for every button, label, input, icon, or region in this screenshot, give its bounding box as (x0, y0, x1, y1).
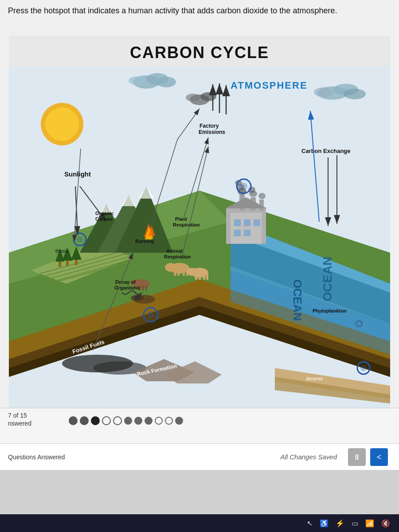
svg-point-11 (344, 89, 366, 99)
status-bar: Questions Answered All Changes Saved ⏸ < (0, 443, 399, 470)
svg-point-96 (360, 365, 367, 371)
svg-rect-48 (254, 219, 260, 226)
wifi-icon: 📶 (365, 519, 374, 528)
svg-rect-59 (174, 270, 176, 276)
svg-rect-61 (183, 270, 185, 276)
svg-text:Animal: Animal (166, 248, 183, 254)
dot-11[interactable] (175, 417, 183, 425)
svg-rect-47 (244, 219, 250, 226)
svg-text:Sunlight: Sunlight (64, 170, 91, 178)
answered-value: nswered (8, 420, 31, 427)
svg-rect-73 (145, 286, 147, 290)
svg-point-98 (77, 236, 83, 243)
svg-rect-72 (142, 286, 144, 290)
question-instruction: Press the hotspot that indicates a human… (8, 6, 337, 15)
question-text: Press the hotspot that indicates a human… (8, 5, 391, 16)
svg-text:OCEAN: OCEAN (321, 257, 334, 301)
svg-rect-42 (231, 213, 262, 244)
svg-text:Plant: Plant (175, 216, 187, 222)
dot-6[interactable] (124, 417, 132, 425)
dot-4[interactable] (102, 416, 111, 425)
svg-point-69 (187, 268, 197, 276)
svg-point-92 (240, 183, 247, 190)
svg-text:Respiration: Respiration (173, 222, 200, 227)
svg-rect-50 (244, 230, 250, 236)
questions-answered-label: Questions Answered (8, 454, 65, 461)
svg-text:Emissions: Emissions (199, 129, 225, 135)
svg-point-63 (165, 263, 176, 272)
svg-text:Carbon Exchange: Carbon Exchange (301, 148, 351, 154)
svg-rect-68 (206, 275, 208, 280)
nav-prev-button[interactable]: < (370, 448, 388, 466)
svg-text:Factory: Factory (200, 123, 219, 129)
question-counter: 7 of 15 (8, 412, 27, 419)
dot-9[interactable] (155, 417, 163, 425)
svg-point-57 (258, 193, 266, 199)
nav-prev-icon: < (377, 453, 382, 462)
svg-rect-34 (59, 262, 61, 267)
svg-point-8 (186, 94, 200, 102)
svg-text:Burning: Burning (135, 239, 154, 244)
counter-value: 7 of 15 (8, 412, 27, 419)
svg-text:Respiration: Respiration (164, 254, 191, 259)
dot-7[interactable] (134, 417, 142, 425)
all-changes-saved: All Changes Saved (280, 453, 337, 461)
main-content: Press the hotspot that indicates a human… (0, 0, 399, 470)
pause-button[interactable]: ⏸ (348, 448, 366, 466)
svg-point-94 (147, 311, 154, 318)
diagram-title: CARBON CYCLE (9, 35, 390, 62)
svg-rect-67 (203, 275, 205, 280)
svg-wrapper: ATMOSPHERE (9, 66, 390, 421)
dot-10[interactable] (165, 417, 173, 425)
svg-rect-36 (66, 261, 69, 266)
volume-icon: 🔇 (381, 519, 390, 528)
bluetooth-icon: ⚡ (336, 519, 344, 528)
svg-text:thesis: thesis (55, 248, 68, 254)
answered-label: nswered (8, 420, 31, 427)
svg-point-90 (357, 321, 361, 326)
dot-1[interactable] (69, 416, 78, 425)
svg-point-40 (45, 107, 79, 141)
svg-point-76 (131, 295, 144, 301)
svg-rect-66 (199, 275, 201, 280)
svg-text:OCEAN: OCEAN (291, 279, 304, 321)
accessibility-icon: ♿ (320, 519, 329, 528)
screen-icon: ▭ (352, 519, 358, 528)
svg-rect-60 (177, 270, 180, 276)
svg-text:Decay of: Decay of (115, 279, 136, 285)
cursor-icon: ↖ (307, 519, 313, 528)
dot-3[interactable] (91, 416, 100, 425)
svg-rect-65 (195, 275, 197, 280)
svg-point-12 (314, 87, 333, 97)
system-tray: ↖ ♿ ⚡ ▭ 📶 🔇 (0, 514, 399, 532)
dot-2[interactable] (80, 416, 89, 425)
svg-text:diments: diments (306, 376, 323, 381)
svg-text:Carbon: Carbon (95, 216, 113, 222)
svg-point-5 (129, 76, 146, 85)
svg-rect-49 (234, 230, 241, 236)
dot-5[interactable] (113, 416, 122, 425)
svg-point-4 (156, 77, 176, 87)
progress-dots (69, 416, 183, 425)
svg-point-7 (200, 92, 216, 101)
dot-8[interactable] (145, 417, 153, 425)
diagram-container: CARBON CYCLE ATMOSPHERE (9, 35, 390, 421)
svg-text:Organic: Organic (95, 211, 114, 216)
svg-rect-38 (75, 260, 78, 265)
svg-rect-46 (234, 219, 241, 226)
svg-text:Phytoplankton: Phytoplankton (313, 308, 347, 313)
svg-text:ATMOSPHERE: ATMOSPHERE (231, 80, 308, 91)
